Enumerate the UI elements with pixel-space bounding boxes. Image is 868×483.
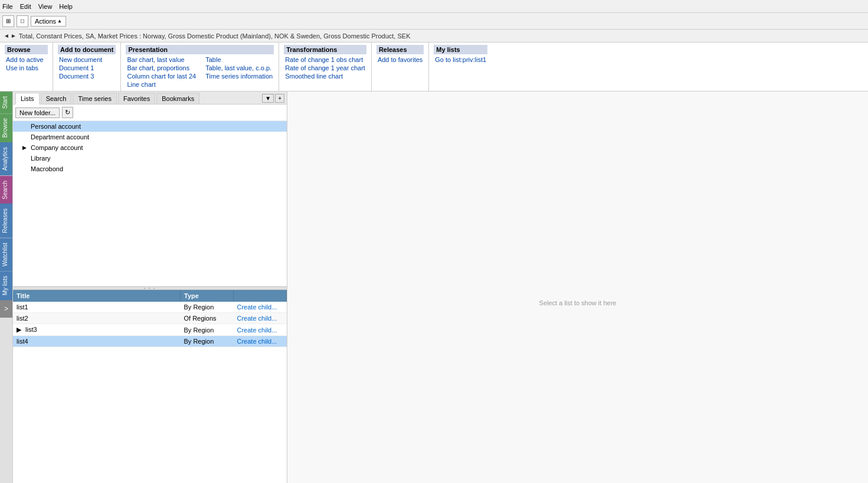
pres-col-24[interactable]: Column chart for last 24 [126, 72, 197, 80]
tree-item-library[interactable]: Library [13, 153, 287, 164]
panel-tabs: Lists Search Time series Favorites Bookm… [13, 92, 287, 105]
create-child-list2[interactable]: Create child... [237, 315, 277, 322]
transformations-title: Transformations [284, 45, 366, 54]
table-row[interactable]: list1 By Region Create child... [13, 302, 287, 313]
transformations-section: Transformations Rate of change 1 obs cha… [279, 43, 372, 91]
browse-bar: Browse Add to active Use in tabs Add to … [0, 43, 868, 92]
breadcrumb: ◄ ► Total, Constant Prices, SA, Market P… [0, 30, 868, 43]
add-doc3[interactable]: Document 3 [58, 72, 116, 80]
actions-button[interactable]: Actions ▲ [31, 16, 66, 27]
content-panel: Lists Search Time series Favorites Bookm… [13, 92, 287, 483]
side-tab-search[interactable]: Search [0, 176, 12, 204]
right-panel: Select a list to show it here [287, 92, 868, 483]
col-type: Type [181, 290, 234, 302]
add-new-doc[interactable]: New document [58, 56, 116, 64]
new-folder-button[interactable]: New folder... [15, 107, 60, 118]
row-title-list4: list4 [13, 336, 181, 347]
breadcrumb-nav: ◄ ► [4, 32, 17, 39]
right-panel-placeholder: Select a list to show it here [539, 299, 617, 306]
tab-controls: ▼ + [262, 94, 284, 103]
releases-title: Releases [376, 45, 424, 54]
side-tab-browse[interactable]: Browse [0, 113, 12, 142]
tab-timeseries[interactable]: Time series [73, 93, 116, 104]
releases-add-fav[interactable]: Add to favorites [376, 56, 424, 64]
menu-edit[interactable]: Edit [20, 3, 31, 10]
refresh-button[interactable]: ↻ [62, 107, 73, 118]
tree-label-macrobond: Macrobond [31, 165, 63, 172]
side-tabs: Start Browse Analytics Search Releases W… [0, 92, 13, 483]
main-area: Start Browse Analytics Search Releases W… [0, 92, 868, 483]
tree-label-company: Company account [31, 144, 83, 151]
tree-item-personal[interactable]: Personal account [13, 121, 287, 132]
panel-toolbar: New folder... ↻ [13, 105, 287, 121]
row-type-list3: By Region [181, 324, 234, 336]
presentation-title: Presentation [126, 45, 274, 54]
tab-search[interactable]: Search [41, 93, 72, 104]
my-lists-section: My lists Go to list:priv:list1 [429, 43, 492, 91]
tab-add-btn[interactable]: + [275, 94, 284, 103]
row-type-list2: Of Regions [181, 313, 234, 324]
pres-table[interactable]: Table [204, 56, 274, 64]
browse-section: Browse Add to active Use in tabs [0, 43, 53, 91]
my-lists-goto[interactable]: Go to list:priv:list1 [434, 56, 487, 64]
actions-label: Actions [35, 18, 56, 25]
tab-bookmarks[interactable]: Bookmarks [156, 93, 199, 104]
menu-bar: File Edit View Help [0, 0, 868, 13]
menu-view[interactable]: View [38, 3, 53, 10]
breadcrumb-text: Total, Constant Prices, SA, Market Price… [19, 32, 411, 40]
menu-help[interactable]: Help [59, 3, 73, 10]
tree-list: Personal account Department account ▶ Co… [13, 121, 287, 286]
create-child-list4[interactable]: Create child... [237, 338, 277, 345]
list-table-area: Title Type list1 By Region Create child.… [13, 290, 287, 483]
toolbar-icon-1[interactable]: ⊞ [2, 15, 14, 27]
tree-item-company[interactable]: ▶ Company account [13, 142, 287, 153]
side-tab-analytics[interactable]: Analytics [0, 142, 12, 175]
presentation-section: Presentation Bar chart, last value Bar c… [121, 43, 279, 91]
browse-item-add-active[interactable]: Add to active [5, 56, 48, 64]
add-doc1[interactable]: Document 1 [58, 64, 116, 72]
pres-bar-last[interactable]: Bar chart, last value [126, 56, 197, 64]
side-tab-start[interactable]: Start [0, 92, 12, 113]
row-type-list4: By Region [181, 336, 234, 347]
trans-smooth[interactable]: Smoothed line chart [284, 72, 366, 80]
side-tab-releases[interactable]: Releases [0, 204, 12, 238]
list-table: Title Type list1 By Region Create child.… [13, 290, 287, 347]
table-row[interactable]: ▶ list3 By Region Create child... [13, 324, 287, 336]
side-tab-mylists[interactable]: My lists [0, 271, 12, 300]
pres-bar-prop[interactable]: Bar chart, proportions [126, 64, 197, 72]
add-to-doc-title: Add to document [58, 45, 116, 54]
row-title-list3: ▶ list3 [13, 324, 181, 336]
breadcrumb-back[interactable]: ◄ [4, 32, 9, 39]
browse-item-use-tabs[interactable]: Use in tabs [5, 64, 48, 72]
trans-roc1obs[interactable]: Rate of change 1 obs chart [284, 56, 366, 64]
col-title: Title [13, 290, 181, 302]
create-child-list3[interactable]: Create child... [237, 327, 277, 334]
tree-label-library: Library [31, 155, 51, 162]
tab-favorites[interactable]: Favorites [118, 93, 155, 104]
tree-label-personal: Personal account [31, 123, 81, 130]
expand-arrow-list3: ▶ [17, 326, 21, 333]
my-lists-title: My lists [434, 45, 487, 54]
tab-dropdown-btn[interactable]: ▼ [262, 94, 274, 103]
toolbar-icon-2[interactable]: □ [17, 15, 28, 27]
row-type-list1: By Region [181, 302, 234, 313]
releases-section: Releases Add to favorites [372, 43, 429, 91]
row-title-list2: list2 [13, 313, 181, 324]
tree-item-macrobond[interactable]: Macrobond [13, 164, 287, 174]
create-child-list1[interactable]: Create child... [237, 303, 277, 311]
pres-timeseries[interactable]: Time series information [204, 72, 274, 80]
menu-file[interactable]: File [2, 3, 13, 10]
trans-roc1yr[interactable]: Rate of change 1 year chart [284, 64, 366, 72]
side-tab-watchlist[interactable]: Watchlist [0, 238, 12, 271]
pres-table-last[interactable]: Table, last value, c.o.p. [204, 64, 274, 72]
side-tab-expand[interactable]: > [0, 300, 12, 318]
breadcrumb-forward[interactable]: ► [11, 32, 17, 39]
tab-lists[interactable]: Lists [15, 93, 40, 105]
tree-item-department[interactable]: Department account [13, 132, 287, 142]
row-title-list1: list1 [13, 302, 181, 313]
table-row[interactable]: list4 By Region Create child... [13, 336, 287, 347]
toolbar: ⊞ □ Actions ▲ [0, 13, 868, 30]
table-row[interactable]: list2 Of Regions Create child... [13, 313, 287, 324]
pres-line[interactable]: Line chart [126, 80, 197, 89]
col-action [234, 290, 287, 302]
